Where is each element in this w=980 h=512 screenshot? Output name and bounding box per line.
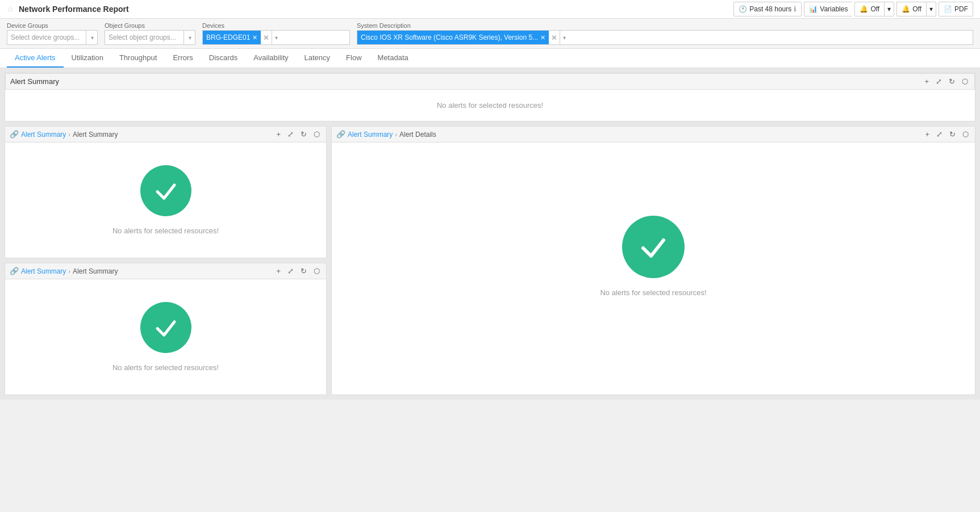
chevron-down-icon: ▾ (887, 5, 891, 13)
pdf-button[interactable]: 📄 PDF (939, 2, 973, 16)
check-circle-top-left (140, 165, 191, 216)
panel-bottom-left-add-button[interactable]: + (274, 266, 282, 276)
panel-right-bc-part1[interactable]: Alert Summary (348, 131, 393, 139)
object-groups-label: Object Groups (105, 22, 195, 29)
alert-summary-top-header: Alert Summary + ⤢ ↻ ⬡ (5, 73, 975, 90)
tab-utilization[interactable]: Utilization (64, 49, 111, 68)
panel-top-left-refresh-button[interactable]: ↻ (299, 129, 308, 140)
tab-throughput[interactable]: Throughput (111, 49, 165, 68)
alert-summary-refresh-button[interactable]: ↻ (947, 76, 957, 87)
panels-left-column: 🔗 Alert Summary › Alert Summary + ⤢ ↻ ⬡ (5, 126, 327, 395)
panels-grid: 🔗 Alert Summary › Alert Summary + ⤢ ↻ ⬡ (5, 126, 975, 395)
panel-top-left-bc-part2: Alert Summary (73, 131, 118, 139)
alert-summary-top-no-alerts: No alerts for selected resources! (437, 101, 543, 110)
panel-top-left-actions: + ⤢ ↻ ⬡ (274, 129, 322, 140)
panel-bottom-left-content: No alerts for selected resources! (5, 279, 326, 395)
panel-bottom-left-breadcrumb: 🔗 Alert Summary › Alert Summary (10, 267, 118, 275)
device-tag-text: BRG-EDGE01 (206, 33, 250, 41)
devices-label: Devices (202, 22, 350, 29)
panel-right-expand-button[interactable]: ⤢ (935, 129, 944, 140)
header-right: 🕐 Past 48 hours ℹ 📊 Variables 🔔 Off ▾ 🔔 … (733, 2, 973, 16)
panel-bottom-left-actions: + ⤢ ↻ ⬡ (274, 266, 322, 276)
devices-select[interactable]: BRG-EDGE01 ✕ ✕ ▾ (202, 30, 350, 45)
alert-summary-export-button[interactable]: ⬡ (960, 76, 970, 87)
panel-right: 🔗 Alert Summary › Alert Details + ⤢ ↻ ⬡ (331, 126, 975, 395)
clock-info-icon: ℹ (794, 5, 796, 13)
panel-top-left-export-button[interactable]: ⬡ (312, 129, 322, 140)
off1-group: 🔔 Off ▾ (854, 2, 894, 16)
bell1-icon: 🔔 (860, 5, 868, 13)
page-title: Network Performance Report (19, 5, 129, 14)
tab-metadata[interactable]: Metadata (370, 49, 416, 68)
object-groups-placeholder: Select object groups... (109, 33, 179, 41)
time-range-button[interactable]: 🕐 Past 48 hours ℹ (733, 2, 802, 16)
panel-top-left-bc-sep: › (68, 131, 70, 138)
panel-bottom-left-header: 🔗 Alert Summary › Alert Summary + ⤢ ↻ ⬡ (5, 263, 326, 279)
system-description-select[interactable]: Cisco IOS XR Software (Cisco ASR9K Serie… (357, 30, 973, 45)
device-groups-chevron-icon: ▾ (91, 35, 94, 41)
variables-icon: 📊 (809, 5, 818, 13)
alert-summary-top-title: Alert Summary (10, 77, 59, 86)
devices-clear-button[interactable]: ✕ (261, 33, 272, 42)
device-tag-remove-icon[interactable]: ✕ (252, 34, 257, 41)
devices-chevron-icon[interactable]: ▾ (272, 31, 281, 44)
sys-desc-clear-button[interactable]: ✕ (549, 33, 560, 42)
object-groups-chevron-icon: ▾ (189, 35, 191, 41)
header: ☆ Network Performance Report 🕐 Past 48 h… (0, 0, 980, 19)
panel-bottom-left-export-button[interactable]: ⬡ (312, 266, 322, 276)
tab-errors[interactable]: Errors (165, 49, 201, 68)
panel-right-header: 🔗 Alert Summary › Alert Details + ⤢ ↻ ⬡ (332, 127, 975, 142)
tabs-row: Active Alerts Utilization Throughput Err… (0, 49, 980, 68)
panel-right-actions: + ⤢ ↻ ⬡ (923, 129, 970, 140)
alert-summary-top-widget: Alert Summary + ⤢ ↻ ⬡ No alerts for sele… (5, 73, 975, 121)
tab-availability[interactable]: Availability (245, 49, 296, 68)
check-circle-bottom-left (140, 302, 191, 353)
checkmark-svg (152, 177, 180, 205)
variables-group: 📊 Variables (804, 2, 852, 16)
off1-dropdown-button[interactable]: ▾ (884, 2, 894, 16)
alert-summary-add-button[interactable]: + (923, 76, 931, 87)
tab-flow[interactable]: Flow (338, 49, 369, 68)
panel-right-add-button[interactable]: + (923, 129, 931, 140)
object-groups-filter: Object Groups Select object groups... ▾ (105, 22, 195, 45)
devices-filter: Devices BRG-EDGE01 ✕ ✕ ▾ (202, 22, 350, 45)
sys-desc-chevron-icon[interactable]: ▾ (560, 31, 569, 44)
alert-summary-top-content: No alerts for selected resources! (5, 90, 975, 121)
panel-bottom-left-link-icon: 🔗 (10, 267, 19, 275)
alert-summary-expand-button[interactable]: ⤢ (934, 76, 944, 87)
panel-bottom-left-expand-button[interactable]: ⤢ (286, 266, 295, 276)
sys-desc-tag-remove-icon[interactable]: ✕ (540, 34, 545, 41)
off2-button[interactable]: 🔔 Off (896, 2, 926, 16)
panel-bottom-left-bc-part2: Alert Summary (73, 267, 118, 275)
device-groups-select[interactable]: Select device groups... ▾ (7, 30, 98, 45)
panel-right-bc-part2: Alert Details (399, 131, 436, 139)
panel-right-export-button[interactable]: ⬡ (961, 129, 970, 140)
chevron-down2-icon: ▾ (929, 5, 933, 13)
panel-right-content: No alerts for selected resources! (332, 142, 975, 370)
panel-right-link-icon: 🔗 (336, 130, 345, 139)
panel-top-left-expand-button[interactable]: ⤢ (286, 129, 295, 140)
panel-top-left-add-button[interactable]: + (274, 129, 282, 140)
variables-button[interactable]: 📊 Variables (804, 2, 852, 16)
panel-bottom-left-bc-part1[interactable]: Alert Summary (21, 267, 66, 275)
checkmark-svg-right (636, 230, 670, 264)
star-icon[interactable]: ☆ (7, 5, 14, 14)
panel-top-left-bc-part1[interactable]: Alert Summary (21, 131, 66, 139)
tab-latency[interactable]: Latency (297, 49, 339, 68)
panel-top-left-breadcrumb: 🔗 Alert Summary › Alert Summary (10, 130, 118, 139)
panel-bottom-left-refresh-button[interactable]: ↻ (299, 266, 308, 276)
panel-bottom-left-bc-sep: › (68, 268, 70, 275)
off1-button[interactable]: 🔔 Off (854, 2, 884, 16)
checkmark-svg-bottom (152, 313, 180, 342)
panel-top-left-no-alerts: No alerts for selected resources! (112, 226, 219, 235)
panel-right-bc-sep: › (395, 131, 397, 138)
off2-dropdown-button[interactable]: ▾ (926, 2, 936, 16)
tab-active-alerts[interactable]: Active Alerts (7, 49, 64, 68)
panel-right-refresh-button[interactable]: ↻ (948, 129, 957, 140)
device-groups-placeholder: Select device groups... (11, 33, 81, 41)
panel-top-left-header: 🔗 Alert Summary › Alert Summary + ⤢ ↻ ⬡ (5, 127, 326, 142)
object-groups-select[interactable]: Select object groups... ▾ (105, 30, 195, 45)
off2-group: 🔔 Off ▾ (896, 2, 936, 16)
panel-top-left-content: No alerts for selected resources! (5, 142, 326, 258)
tab-discards[interactable]: Discards (201, 49, 246, 68)
